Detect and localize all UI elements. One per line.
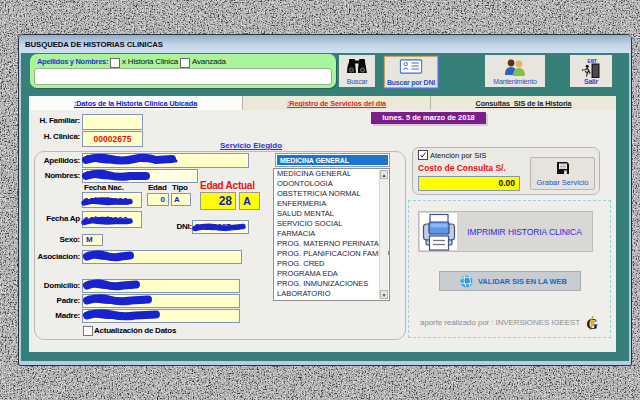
svg-text:EXIT: EXIT [587,59,597,64]
